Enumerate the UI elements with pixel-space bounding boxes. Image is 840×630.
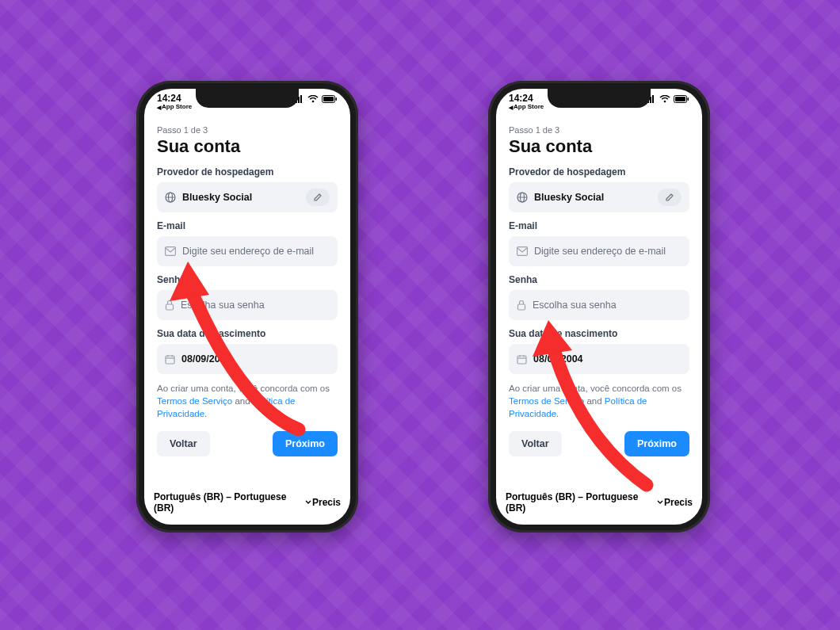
chevron-down-icon (656, 499, 664, 506)
provider-field[interactable]: Bluesky Social (157, 182, 338, 212)
calendar-icon (165, 354, 175, 365)
phone-screen-2: 14:24 ◀ App Store (496, 89, 702, 525)
birth-label: Sua data de nascimento (157, 328, 338, 339)
wifi-icon (659, 95, 670, 103)
email-placeholder: Digite seu endereço de e-mail (534, 246, 666, 257)
birth-field[interactable]: 08/09/2004 (509, 344, 689, 374)
svg-rect-24 (688, 97, 689, 101)
phone-mockup-2: 14:24 ◀ App Store (488, 81, 710, 533)
phone-screen-1: 14:24 ◀ App Store (144, 89, 350, 525)
status-time: 14:24 (509, 94, 544, 103)
status-back-link[interactable]: ◀ App Store (509, 104, 544, 110)
svg-rect-13 (166, 356, 174, 364)
provider-label: Provedor de hospedagem (157, 166, 338, 178)
bottom-bar: Português (BR) – Portuguese (BR) Precis (144, 491, 350, 514)
svg-rect-30 (517, 356, 526, 364)
svg-rect-11 (166, 247, 176, 256)
back-button[interactable]: Voltar (157, 431, 210, 456)
email-field[interactable]: Digite seu endereço de e-mail (509, 236, 689, 266)
battery-icon (674, 95, 689, 103)
status-icons (293, 95, 338, 103)
password-field[interactable]: Escolha sua senha (509, 290, 689, 320)
step-indicator: Passo 1 de 3 (157, 125, 338, 135)
edit-provider-button[interactable] (306, 189, 330, 206)
lock-icon (165, 300, 174, 311)
globe-icon (165, 192, 176, 203)
page-title: Sua conta (157, 136, 338, 157)
language-selector[interactable]: Português (BR) – Portuguese (BR) (154, 491, 312, 514)
back-button[interactable]: Voltar (509, 431, 562, 456)
battery-icon (322, 95, 338, 103)
globe-icon (517, 192, 528, 203)
status-icons (645, 95, 689, 103)
email-label: E-mail (509, 220, 689, 231)
svg-point-21 (664, 101, 666, 103)
provider-label: Provedor de hospedagem (509, 166, 689, 178)
svg-rect-12 (166, 304, 174, 310)
step-indicator: Passo 1 de 3 (509, 125, 689, 135)
bottom-bar: Português (BR) – Portuguese (BR) Precis (496, 491, 702, 514)
birth-value: 08/09/2004 (533, 353, 583, 365)
background: 14:24 ◀ App Store (0, 0, 840, 630)
mail-icon (517, 246, 528, 256)
provider-field[interactable]: Bluesky Social (509, 182, 689, 212)
svg-rect-3 (300, 95, 302, 103)
password-field[interactable]: Escolha sua senha (157, 290, 338, 320)
next-button[interactable]: Próximo (624, 431, 689, 456)
mail-icon (165, 246, 176, 256)
birth-label: Sua data de nascimento (509, 328, 689, 339)
svg-rect-28 (517, 247, 528, 256)
calendar-icon (517, 354, 527, 365)
password-placeholder: Escolha sua senha (533, 300, 617, 311)
pencil-icon (665, 193, 674, 202)
svg-rect-6 (323, 97, 334, 101)
password-placeholder: Escolha sua senha (181, 300, 265, 311)
birth-value: 08/09/2004 (181, 353, 231, 365)
password-label: Senha (157, 274, 338, 285)
birth-field[interactable]: 08/09/2004 (157, 344, 338, 374)
tos-link[interactable]: Termos de Serviço (157, 396, 232, 406)
password-label: Senha (509, 274, 689, 285)
phone-mockup-1: 14:24 ◀ App Store (136, 81, 358, 533)
back-triangle-icon: ◀ (157, 105, 161, 110)
email-placeholder: Digite seu endereço de e-mail (182, 246, 314, 257)
phone-notch (548, 89, 651, 108)
svg-rect-29 (518, 304, 525, 310)
terms-text: Ao criar uma conta, você concorda com os… (509, 382, 689, 420)
help-link[interactable]: Precis (312, 497, 341, 508)
svg-point-4 (312, 101, 315, 103)
email-label: E-mail (157, 220, 338, 231)
tos-link[interactable]: Termos de Serviço (509, 396, 584, 406)
email-field[interactable]: Digite seu endereço de e-mail (157, 236, 338, 266)
svg-rect-23 (675, 97, 685, 101)
pencil-icon (313, 193, 323, 202)
phone-notch (196, 89, 299, 108)
chevron-down-icon (304, 499, 312, 506)
svg-rect-7 (336, 97, 338, 101)
lock-icon (517, 300, 526, 311)
provider-value: Bluesky Social (182, 192, 252, 203)
edit-provider-button[interactable] (658, 189, 682, 206)
page-title: Sua conta (509, 136, 689, 157)
wifi-icon (307, 95, 319, 103)
language-selector[interactable]: Português (BR) – Portuguese (BR) (506, 491, 664, 514)
terms-text: Ao criar uma conta, você concorda com os… (157, 382, 338, 420)
back-triangle-icon: ◀ (509, 105, 513, 110)
status-time: 14:24 (157, 94, 192, 103)
next-button[interactable]: Próximo (273, 431, 338, 456)
svg-rect-20 (652, 95, 654, 103)
status-back-link[interactable]: ◀ App Store (157, 104, 192, 110)
provider-value: Bluesky Social (534, 192, 604, 203)
help-link[interactable]: Precis (664, 497, 693, 508)
